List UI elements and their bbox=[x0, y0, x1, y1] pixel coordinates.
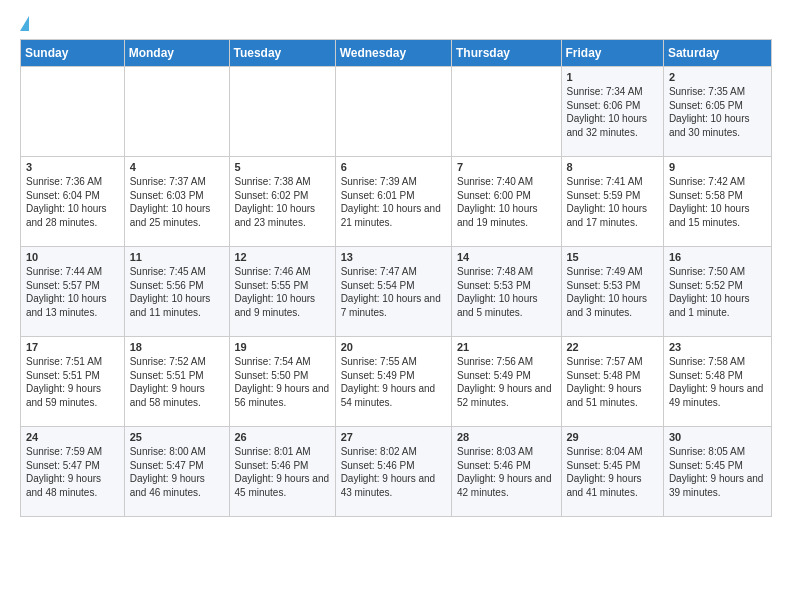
cell-info: Sunrise: 8:02 AMSunset: 5:46 PMDaylight:… bbox=[341, 445, 446, 499]
sunrise-text: Sunrise: 7:34 AM bbox=[567, 85, 658, 99]
cell-info: Sunrise: 8:03 AMSunset: 5:46 PMDaylight:… bbox=[457, 445, 556, 499]
day-number: 4 bbox=[130, 161, 224, 173]
daylight-text: Daylight: 9 hours and 52 minutes. bbox=[457, 382, 556, 409]
day-number: 9 bbox=[669, 161, 766, 173]
page: SundayMondayTuesdayWednesdayThursdayFrid… bbox=[0, 0, 792, 537]
sunrise-text: Sunrise: 8:04 AM bbox=[567, 445, 658, 459]
sunrise-text: Sunrise: 7:41 AM bbox=[567, 175, 658, 189]
day-number: 20 bbox=[341, 341, 446, 353]
col-header-wednesday: Wednesday bbox=[335, 40, 451, 67]
daylight-text: Daylight: 10 hours and 15 minutes. bbox=[669, 202, 766, 229]
day-number: 17 bbox=[26, 341, 119, 353]
cell-info: Sunrise: 7:54 AMSunset: 5:50 PMDaylight:… bbox=[235, 355, 330, 409]
day-number: 21 bbox=[457, 341, 556, 353]
sunset-text: Sunset: 5:50 PM bbox=[235, 369, 330, 383]
cell-info: Sunrise: 7:46 AMSunset: 5:55 PMDaylight:… bbox=[235, 265, 330, 319]
col-header-friday: Friday bbox=[561, 40, 663, 67]
header bbox=[20, 16, 772, 31]
calendar-table: SundayMondayTuesdayWednesdayThursdayFrid… bbox=[20, 39, 772, 517]
daylight-text: Daylight: 10 hours and 25 minutes. bbox=[130, 202, 224, 229]
day-number: 3 bbox=[26, 161, 119, 173]
daylight-text: Daylight: 10 hours and 9 minutes. bbox=[235, 292, 330, 319]
daylight-text: Daylight: 9 hours and 58 minutes. bbox=[130, 382, 224, 409]
daylight-text: Daylight: 9 hours and 56 minutes. bbox=[235, 382, 330, 409]
cell-info: Sunrise: 7:45 AMSunset: 5:56 PMDaylight:… bbox=[130, 265, 224, 319]
sunset-text: Sunset: 5:56 PM bbox=[130, 279, 224, 293]
daylight-text: Daylight: 10 hours and 32 minutes. bbox=[567, 112, 658, 139]
cell-info: Sunrise: 7:44 AMSunset: 5:57 PMDaylight:… bbox=[26, 265, 119, 319]
sunset-text: Sunset: 5:48 PM bbox=[567, 369, 658, 383]
day-number: 5 bbox=[235, 161, 330, 173]
cell-3-6: 23Sunrise: 7:58 AMSunset: 5:48 PMDayligh… bbox=[663, 337, 771, 427]
day-number: 2 bbox=[669, 71, 766, 83]
day-number: 12 bbox=[235, 251, 330, 263]
daylight-text: Daylight: 9 hours and 59 minutes. bbox=[26, 382, 119, 409]
cell-2-4: 14Sunrise: 7:48 AMSunset: 5:53 PMDayligh… bbox=[451, 247, 561, 337]
cell-4-5: 29Sunrise: 8:04 AMSunset: 5:45 PMDayligh… bbox=[561, 427, 663, 517]
cell-0-4 bbox=[451, 67, 561, 157]
cell-info: Sunrise: 7:41 AMSunset: 5:59 PMDaylight:… bbox=[567, 175, 658, 229]
cell-1-5: 8Sunrise: 7:41 AMSunset: 5:59 PMDaylight… bbox=[561, 157, 663, 247]
col-header-sunday: Sunday bbox=[21, 40, 125, 67]
sunset-text: Sunset: 6:04 PM bbox=[26, 189, 119, 203]
cell-info: Sunrise: 7:49 AMSunset: 5:53 PMDaylight:… bbox=[567, 265, 658, 319]
day-number: 28 bbox=[457, 431, 556, 443]
cell-info: Sunrise: 7:36 AMSunset: 6:04 PMDaylight:… bbox=[26, 175, 119, 229]
sunset-text: Sunset: 5:52 PM bbox=[669, 279, 766, 293]
sunrise-text: Sunrise: 7:35 AM bbox=[669, 85, 766, 99]
cell-2-6: 16Sunrise: 7:50 AMSunset: 5:52 PMDayligh… bbox=[663, 247, 771, 337]
day-number: 8 bbox=[567, 161, 658, 173]
daylight-text: Daylight: 9 hours and 39 minutes. bbox=[669, 472, 766, 499]
cell-1-1: 4Sunrise: 7:37 AMSunset: 6:03 PMDaylight… bbox=[124, 157, 229, 247]
day-number: 18 bbox=[130, 341, 224, 353]
cell-info: Sunrise: 7:34 AMSunset: 6:06 PMDaylight:… bbox=[567, 85, 658, 139]
cell-info: Sunrise: 7:59 AMSunset: 5:47 PMDaylight:… bbox=[26, 445, 119, 499]
day-number: 16 bbox=[669, 251, 766, 263]
logo bbox=[20, 16, 29, 31]
sunrise-text: Sunrise: 7:57 AM bbox=[567, 355, 658, 369]
sunrise-text: Sunrise: 7:54 AM bbox=[235, 355, 330, 369]
day-number: 7 bbox=[457, 161, 556, 173]
day-number: 30 bbox=[669, 431, 766, 443]
week-row-2: 10Sunrise: 7:44 AMSunset: 5:57 PMDayligh… bbox=[21, 247, 772, 337]
sunset-text: Sunset: 5:53 PM bbox=[567, 279, 658, 293]
sunset-text: Sunset: 5:46 PM bbox=[457, 459, 556, 473]
sunrise-text: Sunrise: 7:59 AM bbox=[26, 445, 119, 459]
sunset-text: Sunset: 6:02 PM bbox=[235, 189, 330, 203]
cell-0-5: 1Sunrise: 7:34 AMSunset: 6:06 PMDaylight… bbox=[561, 67, 663, 157]
week-row-1: 3Sunrise: 7:36 AMSunset: 6:04 PMDaylight… bbox=[21, 157, 772, 247]
daylight-text: Daylight: 10 hours and 30 minutes. bbox=[669, 112, 766, 139]
cell-3-2: 19Sunrise: 7:54 AMSunset: 5:50 PMDayligh… bbox=[229, 337, 335, 427]
sunset-text: Sunset: 5:46 PM bbox=[341, 459, 446, 473]
sunrise-text: Sunrise: 7:46 AM bbox=[235, 265, 330, 279]
sunrise-text: Sunrise: 7:50 AM bbox=[669, 265, 766, 279]
daylight-text: Daylight: 9 hours and 46 minutes. bbox=[130, 472, 224, 499]
sunrise-text: Sunrise: 8:02 AM bbox=[341, 445, 446, 459]
daylight-text: Daylight: 9 hours and 45 minutes. bbox=[235, 472, 330, 499]
sunrise-text: Sunrise: 7:51 AM bbox=[26, 355, 119, 369]
cell-info: Sunrise: 7:57 AMSunset: 5:48 PMDaylight:… bbox=[567, 355, 658, 409]
cell-4-0: 24Sunrise: 7:59 AMSunset: 5:47 PMDayligh… bbox=[21, 427, 125, 517]
sunset-text: Sunset: 5:58 PM bbox=[669, 189, 766, 203]
day-number: 24 bbox=[26, 431, 119, 443]
sunset-text: Sunset: 6:05 PM bbox=[669, 99, 766, 113]
sunrise-text: Sunrise: 7:42 AM bbox=[669, 175, 766, 189]
sunset-text: Sunset: 6:01 PM bbox=[341, 189, 446, 203]
day-number: 25 bbox=[130, 431, 224, 443]
sunset-text: Sunset: 5:51 PM bbox=[130, 369, 224, 383]
day-number: 26 bbox=[235, 431, 330, 443]
daylight-text: Daylight: 10 hours and 1 minute. bbox=[669, 292, 766, 319]
cell-info: Sunrise: 8:05 AMSunset: 5:45 PMDaylight:… bbox=[669, 445, 766, 499]
col-header-tuesday: Tuesday bbox=[229, 40, 335, 67]
col-header-saturday: Saturday bbox=[663, 40, 771, 67]
header-row: SundayMondayTuesdayWednesdayThursdayFrid… bbox=[21, 40, 772, 67]
day-number: 29 bbox=[567, 431, 658, 443]
cell-2-0: 10Sunrise: 7:44 AMSunset: 5:57 PMDayligh… bbox=[21, 247, 125, 337]
day-number: 14 bbox=[457, 251, 556, 263]
cell-3-5: 22Sunrise: 7:57 AMSunset: 5:48 PMDayligh… bbox=[561, 337, 663, 427]
daylight-text: Daylight: 10 hours and 3 minutes. bbox=[567, 292, 658, 319]
sunset-text: Sunset: 5:45 PM bbox=[567, 459, 658, 473]
cell-3-1: 18Sunrise: 7:52 AMSunset: 5:51 PMDayligh… bbox=[124, 337, 229, 427]
sunset-text: Sunset: 5:51 PM bbox=[26, 369, 119, 383]
day-number: 19 bbox=[235, 341, 330, 353]
